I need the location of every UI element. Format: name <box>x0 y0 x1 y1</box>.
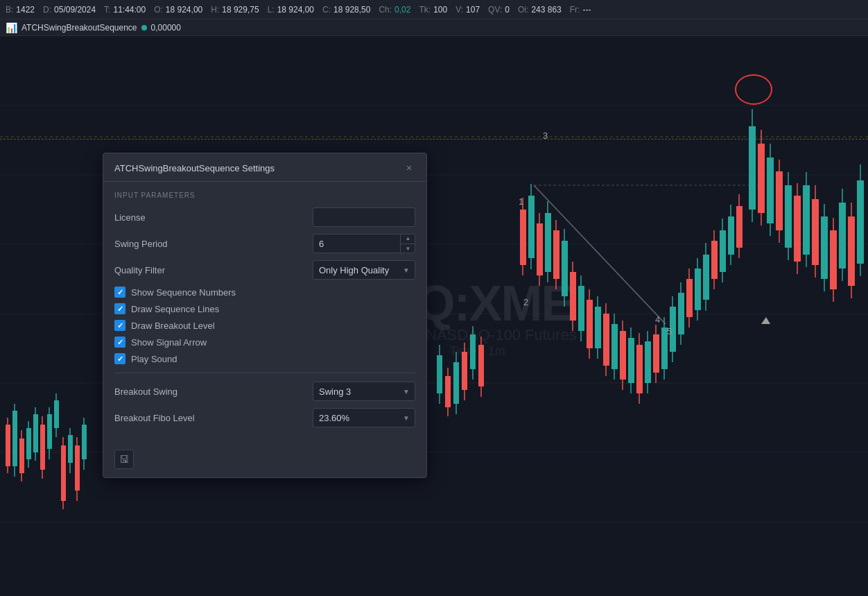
section-label: INPUT PARAMETERS <box>114 191 415 199</box>
indicator-name: ATCHSwingBreakoutSequence <box>21 23 137 33</box>
quality-filter-select[interactable]: Only High Quality All <box>313 260 415 280</box>
play-sound-label: Play Sound <box>131 354 177 364</box>
svg-rect-46 <box>437 355 442 393</box>
svg-rect-25 <box>40 425 45 470</box>
svg-rect-19 <box>26 428 31 459</box>
l-value: 18 924,00 <box>277 5 314 15</box>
svg-rect-130 <box>703 255 709 300</box>
ch-label: Ch: <box>379 5 392 15</box>
c-value: 18 928,50 <box>333 5 370 15</box>
oi-value: 243 863 <box>531 5 561 15</box>
svg-rect-76 <box>553 230 559 279</box>
draw-sequence-checkbox[interactable]: ✓ <box>114 303 125 314</box>
indicator-row: 📊 ATCHSwingBreakoutSequence 0,00000 <box>0 19 868 36</box>
svg-rect-64 <box>520 210 526 265</box>
svg-rect-85 <box>578 286 584 331</box>
b-label: B: <box>6 5 13 15</box>
svg-rect-97 <box>611 324 618 369</box>
spinbox-up-button[interactable]: ▲ <box>401 234 415 244</box>
svg-rect-22 <box>33 414 38 452</box>
svg-rect-58 <box>470 334 476 369</box>
show-signal-label: Show Signal Arrow <box>131 337 207 348</box>
t-value: 11:44:00 <box>113 5 146 15</box>
show-sequence-row: ✓ Show Sequence Numbers <box>114 287 415 298</box>
svg-rect-79 <box>562 241 568 296</box>
fri-label: Fr: <box>570 5 580 15</box>
qv-label: QV: <box>488 5 502 15</box>
l-label: L: <box>268 5 275 15</box>
svg-rect-70 <box>537 223 543 275</box>
breakout-fibo-select-wrap: 23.60% 38.20% 50.00% 61.80% ▼ <box>313 408 415 427</box>
svg-rect-82 <box>570 272 576 321</box>
dialog-header: ATCHSwingBreakoutSequence Settings × <box>103 153 426 182</box>
svg-rect-154 <box>776 171 783 230</box>
svg-rect-94 <box>603 314 609 366</box>
svg-rect-49 <box>445 376 451 407</box>
h-value: 18 929,75 <box>222 5 259 15</box>
section-divider <box>114 373 415 373</box>
svg-rect-148 <box>758 144 765 213</box>
swing-period-label: Swing Period <box>114 239 313 249</box>
dialog-footer: 🖫 <box>103 444 426 477</box>
qv-value: 0 <box>505 5 510 15</box>
svg-rect-52 <box>453 362 459 404</box>
svg-rect-103 <box>628 338 634 383</box>
tk-label: Tk: <box>419 5 431 15</box>
draw-sequence-row: ✓ Draw Sequence Lines <box>114 303 415 314</box>
svg-rect-31 <box>54 400 59 428</box>
oi-field: Oi: 243 863 <box>518 5 562 15</box>
ch-value: 0,02 <box>394 5 410 15</box>
breakout-swing-select[interactable]: Swing 1 Swing 2 Swing 3 Swing 4 Swing 5 <box>313 382 415 401</box>
c-field: C: 18 928,50 <box>322 5 370 15</box>
draw-breakout-row: ✓ Draw Breakout Level <box>114 320 415 331</box>
checkbox-checkmark: ✓ <box>117 305 123 314</box>
svg-rect-73 <box>545 213 551 272</box>
v-value: 107 <box>466 5 480 15</box>
play-sound-checkbox[interactable]: ✓ <box>114 353 125 364</box>
topbar: B: 1422 D: 05/09/2024 T: 11:44:00 O: 18 … <box>0 0 868 19</box>
breakout-swing-select-wrap: Swing 1 Swing 2 Swing 3 Swing 4 Swing 5 … <box>313 382 415 401</box>
svg-rect-67 <box>528 196 535 258</box>
svg-rect-88 <box>587 300 593 348</box>
tk-value: 100 <box>433 5 447 15</box>
svg-rect-34 <box>61 445 66 501</box>
svg-rect-106 <box>636 345 643 393</box>
svg-text:5: 5 <box>667 326 672 337</box>
t-label: T: <box>104 5 110 15</box>
v-label: V: <box>455 5 463 15</box>
spinbox-down-button[interactable]: ▼ <box>401 244 415 254</box>
d-field: D: 05/09/2024 <box>43 5 96 15</box>
license-label: License <box>114 212 313 223</box>
dialog-title: ATCHSwingBreakoutSequence Settings <box>114 163 275 173</box>
breakout-fibo-label: Breakout Fibo Level <box>114 413 313 423</box>
fri-field: Fr: --- <box>570 5 591 15</box>
svg-text:1: 1 <box>519 196 523 207</box>
svg-rect-136 <box>720 230 726 272</box>
swing-period-spinbox: ▲ ▼ <box>313 234 415 253</box>
show-signal-checkbox[interactable]: ✓ <box>114 337 125 348</box>
ch-field: Ch: 0,02 <box>379 5 410 15</box>
breakout-swing-label: Breakout Swing <box>114 386 313 397</box>
draw-breakout-checkbox[interactable]: ✓ <box>114 320 125 331</box>
svg-rect-172 <box>830 230 837 289</box>
svg-rect-133 <box>711 241 718 279</box>
svg-rect-28 <box>47 414 52 449</box>
save-template-button[interactable]: 🖫 <box>114 450 134 469</box>
svg-rect-124 <box>686 279 693 317</box>
quality-filter-row: Quality Filter Only High Quality All ▼ <box>114 260 415 280</box>
svg-text:2: 2 <box>523 297 528 307</box>
svg-text:3: 3 <box>543 130 548 141</box>
show-sequence-checkbox[interactable]: ✓ <box>114 287 125 298</box>
play-sound-row: ✓ Play Sound <box>114 353 415 364</box>
svg-rect-151 <box>767 157 774 223</box>
license-input[interactable] <box>313 207 415 227</box>
dialog-close-button[interactable]: × <box>403 162 415 174</box>
t-field: T: 11:44:00 <box>104 5 146 15</box>
breakout-swing-row: Breakout Swing Swing 1 Swing 2 Swing 3 S… <box>114 382 415 401</box>
svg-text:4: 4 <box>655 314 660 325</box>
svg-rect-139 <box>728 216 734 255</box>
d-label: D: <box>43 5 51 15</box>
breakout-fibo-select[interactable]: 23.60% 38.20% 50.00% 61.80% <box>313 408 415 427</box>
b-value: 1422 <box>16 5 35 15</box>
svg-rect-169 <box>821 216 828 279</box>
